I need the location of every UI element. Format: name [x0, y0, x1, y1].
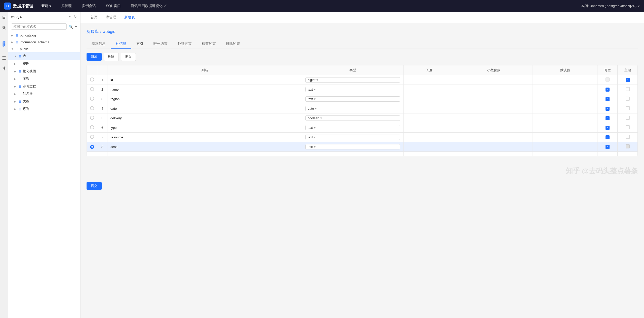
row-decimal-cell[interactable] [455, 113, 533, 123]
row-radio[interactable] [90, 106, 94, 110]
tab-db-manage[interactable]: 库管理 [102, 12, 120, 23]
row-default-cell[interactable] [533, 123, 597, 133]
tree-information-schema[interactable]: ▶ ⊞ information_schema [8, 39, 80, 46]
type-dropdown[interactable]: text ▾ [305, 125, 400, 130]
row-decimal-cell[interactable] [455, 85, 533, 94]
insert-row-button[interactable]: 插入 [121, 53, 136, 61]
row-primary-cell[interactable] [618, 94, 638, 104]
row-length-cell[interactable] [404, 123, 455, 133]
row-default-cell[interactable] [533, 94, 597, 104]
row-default-cell[interactable] [533, 85, 597, 94]
row-nullable-cell[interactable]: ✓ [597, 104, 618, 113]
row-radio-cell[interactable] [87, 75, 97, 85]
nullable-checkbox[interactable]: ✓ [606, 97, 610, 101]
tree-views[interactable]: ▶ ⊞ 视图 [8, 60, 80, 67]
row-nullable-cell[interactable]: ✓ [597, 142, 618, 152]
row-radio-cell[interactable] [87, 104, 97, 113]
row-default-cell[interactable] [533, 104, 597, 113]
tree-public[interactable]: ▼ ⊞ public [8, 46, 80, 52]
row-type-cell[interactable]: bigint ▾ [302, 75, 404, 85]
add-row-button[interactable]: 新增 [87, 53, 102, 61]
row-decimal-cell[interactable] [455, 142, 533, 152]
row-default-cell[interactable] [533, 113, 597, 123]
primary-checkbox[interactable] [626, 144, 630, 148]
row-radio[interactable] [90, 97, 94, 101]
row-nullable-cell[interactable]: ✓ [597, 133, 618, 142]
row-radio-cell[interactable] [87, 94, 97, 104]
row-name-cell[interactable] [107, 133, 302, 142]
nullable-checkbox[interactable]: ✓ [606, 126, 610, 130]
type-dropdown[interactable]: boolean ▾ [305, 115, 400, 121]
subtab-foreign-key[interactable]: 外键约束 [173, 39, 197, 49]
primary-checkbox[interactable] [626, 97, 630, 101]
row-length-cell[interactable] [404, 94, 455, 104]
row-radio[interactable] [90, 87, 94, 91]
tab-new-table[interactable]: 新建表 [120, 12, 139, 23]
row-decimal-cell[interactable] [455, 94, 533, 104]
row-radio-cell[interactable] [87, 123, 97, 133]
type-convert-label[interactable]: 类型转换 [2, 38, 6, 42]
row-decimal-cell[interactable] [455, 133, 533, 142]
row-name-cell[interactable] [107, 113, 302, 123]
tab-home[interactable]: 首页 [87, 12, 102, 23]
primary-checkbox[interactable] [626, 125, 630, 129]
row-nullable-cell[interactable]: ✓ [597, 94, 618, 104]
tree-sequences[interactable]: ▶ ⊞ 序列 [8, 105, 80, 113]
row-primary-cell[interactable] [618, 123, 638, 133]
row-nullable-cell[interactable]: ✓ [597, 113, 618, 123]
row-type-cell[interactable]: text ▾ [302, 142, 404, 152]
row-nullable-cell[interactable]: ✓ [597, 123, 618, 133]
row-primary-cell[interactable] [618, 85, 638, 94]
mode-icon[interactable]: ⊞ [1, 14, 7, 20]
nullable-checkbox[interactable]: ✓ [606, 135, 610, 139]
plugin-icon[interactable]: ☰ [2, 55, 6, 61]
plugin-label[interactable]: 插件 [2, 64, 6, 66]
tree-types[interactable]: ▶ ⊞ 类型 [8, 98, 80, 105]
subtab-basic-info[interactable]: 基本信息 [87, 39, 111, 49]
type-dropdown[interactable]: text ▾ [305, 135, 400, 140]
row-radio[interactable] [90, 145, 94, 149]
tree-stored-procedures[interactable]: ▶ ⊞ 存储过程 [8, 83, 80, 90]
tree-pg-catalog[interactable]: ▶ ⊞ pg_catalog [8, 32, 80, 39]
row-length-cell[interactable] [404, 104, 455, 113]
subtab-check[interactable]: 检查约束 [197, 39, 221, 49]
row-primary-cell[interactable]: ✓ [618, 75, 638, 85]
row-radio-cell[interactable] [87, 113, 97, 123]
row-radio-cell[interactable] [87, 142, 97, 152]
sidebar-refresh-icon[interactable]: ↻ [73, 14, 77, 19]
row-name-cell[interactable] [107, 94, 302, 104]
row-length-cell[interactable] [404, 142, 455, 152]
type-dropdown[interactable]: bigint ▾ [305, 77, 400, 83]
primary-checkbox[interactable]: ✓ [626, 78, 630, 82]
primary-checkbox[interactable] [626, 135, 630, 139]
tree-tables[interactable]: ▼ ⊞ 表 [8, 52, 80, 60]
type-dropdown[interactable]: date ▾ [305, 106, 400, 111]
nav-session[interactable]: 实例会话 [80, 3, 98, 9]
row-length-cell[interactable] [404, 75, 455, 85]
nav-sql[interactable]: SQL 窗口 [104, 3, 123, 9]
row-radio-cell[interactable] [87, 133, 97, 142]
subtab-index[interactable]: 索引 [131, 39, 148, 49]
row-radio[interactable] [90, 125, 94, 129]
row-radio[interactable] [90, 116, 94, 120]
primary-checkbox[interactable] [626, 87, 630, 91]
row-type-cell[interactable]: text ▾ [302, 123, 404, 133]
row-name-cell[interactable] [107, 85, 302, 94]
submit-button[interactable]: 提交 [87, 182, 102, 190]
row-length-cell[interactable] [404, 85, 455, 94]
row-primary-cell[interactable] [618, 133, 638, 142]
row-name-cell[interactable] [107, 123, 302, 133]
row-decimal-cell[interactable] [455, 75, 533, 85]
row-type-cell[interactable]: text ▾ [302, 94, 404, 104]
row-radio[interactable] [90, 135, 94, 139]
search-icon[interactable]: 🔍 [69, 25, 73, 29]
row-name-cell[interactable] [107, 142, 302, 152]
subtab-unique[interactable]: 唯一约束 [148, 39, 173, 49]
row-primary-cell[interactable] [618, 104, 638, 113]
nullable-checkbox[interactable]: ✓ [606, 88, 610, 92]
row-decimal-cell[interactable] [455, 104, 533, 113]
nav-db-manage[interactable]: 库管理 [59, 3, 74, 9]
row-length-cell[interactable] [404, 133, 455, 142]
search-input[interactable] [11, 23, 67, 30]
nullable-checkbox[interactable]: ✓ [606, 107, 610, 111]
